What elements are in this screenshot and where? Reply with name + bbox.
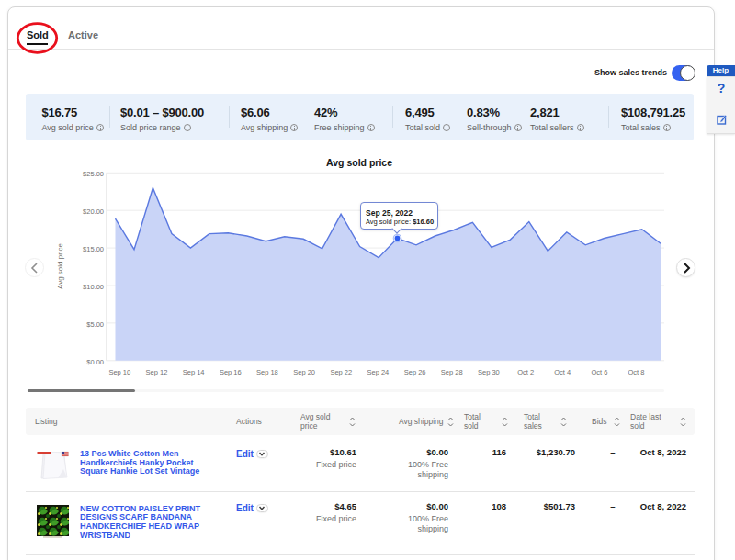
svg-text:$10.00: $10.00 [83,283,104,291]
svg-text:$15.00: $15.00 [83,245,104,253]
svg-text:Oct 2: Oct 2 [517,368,534,376]
svg-text:$20.00: $20.00 [83,207,104,216]
svg-text:Sep 16: Sep 16 [220,368,242,376]
svg-text:Avg sold price: Avg sold price [56,242,64,289]
svg-text:Sep 12: Sep 12 [146,368,168,376]
svg-text:Sep 30: Sep 30 [478,368,500,376]
svg-text:$5.00: $5.00 [86,320,104,329]
svg-text:Oct 6: Oct 6 [591,368,607,376]
svg-text:$25.00: $25.00 [83,170,104,178]
svg-text:Sep 10: Sep 10 [108,368,130,376]
svg-text:Sep 28: Sep 28 [441,368,463,376]
svg-text:Oct 4: Oct 4 [554,368,571,376]
svg-text:Sep 18: Sep 18 [256,368,278,376]
svg-text:Sep 26: Sep 26 [404,368,426,376]
svg-text:Sep 20: Sep 20 [293,368,315,376]
svg-text:Oct 8: Oct 8 [628,368,645,376]
svg-text:Sep 24: Sep 24 [368,368,390,376]
svg-text:Sep 22: Sep 22 [330,368,352,376]
svg-text:$0.00: $0.00 [86,358,104,366]
svg-text:Sep 14: Sep 14 [183,368,205,376]
